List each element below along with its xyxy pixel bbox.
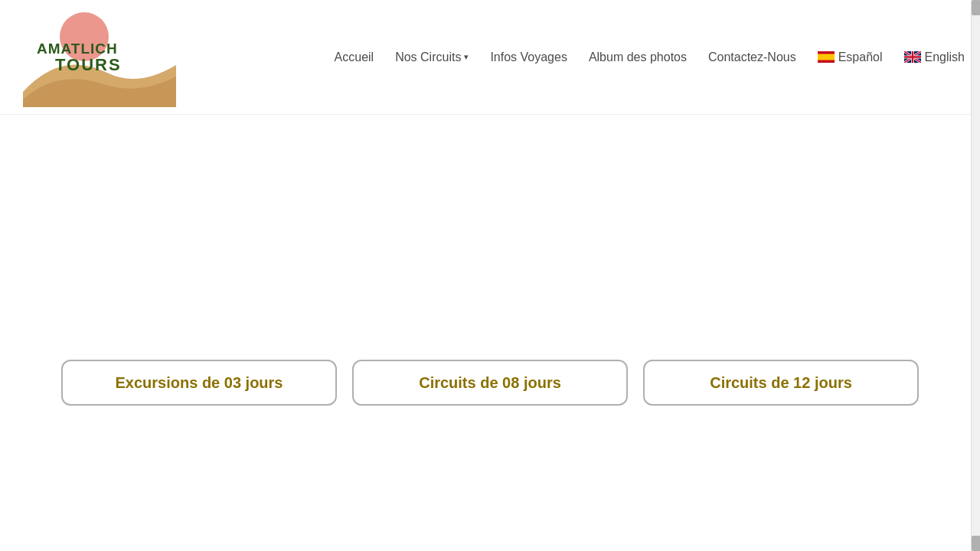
card-circuits-08-label: Circuits de 08 jours bbox=[419, 374, 561, 392]
svg-text:TOURS: TOURS bbox=[55, 55, 122, 74]
logo-area[interactable]: AMATLICH TOURS bbox=[15, 8, 199, 107]
cards-section: Excursions de 03 jours Circuits de 08 jo… bbox=[0, 360, 980, 406]
nav-album-photos[interactable]: Album des photos bbox=[589, 51, 687, 64]
flag-en-icon bbox=[904, 51, 921, 63]
chevron-down-icon: ▾ bbox=[464, 52, 469, 62]
nav-lang-espanol[interactable]: Español bbox=[818, 51, 883, 64]
nav-accueil[interactable]: Accueil bbox=[335, 51, 374, 64]
card-excursions-03-label: Excursions de 03 jours bbox=[116, 374, 283, 392]
svg-rect-4 bbox=[818, 54, 835, 60]
card-excursions-03[interactable]: Excursions de 03 jours bbox=[61, 360, 337, 406]
scrollbar-thumb-top[interactable] bbox=[972, 0, 980, 15]
logo-svg: AMATLICH TOURS bbox=[15, 8, 184, 107]
nav-contactez-nous[interactable]: Contactez-Nous bbox=[708, 51, 796, 64]
nav-nos-circuits[interactable]: Nos Circuits ▾ bbox=[395, 51, 469, 64]
flag-es-icon bbox=[818, 51, 835, 63]
svg-text:AMATLICH: AMATLICH bbox=[37, 41, 118, 57]
card-circuits-12-label: Circuits de 12 jours bbox=[710, 374, 852, 392]
scrollbar-thumb-bottom[interactable] bbox=[972, 536, 980, 551]
nav-infos-voyages[interactable]: Infos Voyages bbox=[490, 51, 567, 64]
nav-lang-english[interactable]: English bbox=[904, 51, 965, 64]
main-nav: Accueil Nos Circuits ▾ Infos Voyages Alb… bbox=[335, 51, 965, 64]
card-circuits-12[interactable]: Circuits de 12 jours bbox=[643, 360, 919, 406]
card-circuits-08[interactable]: Circuits de 08 jours bbox=[352, 360, 628, 406]
hero-area bbox=[0, 115, 980, 360]
scrollbar-track[interactable] bbox=[971, 0, 980, 551]
site-header: AMATLICH TOURS Accueil Nos Circuits ▾ In… bbox=[0, 0, 980, 115]
